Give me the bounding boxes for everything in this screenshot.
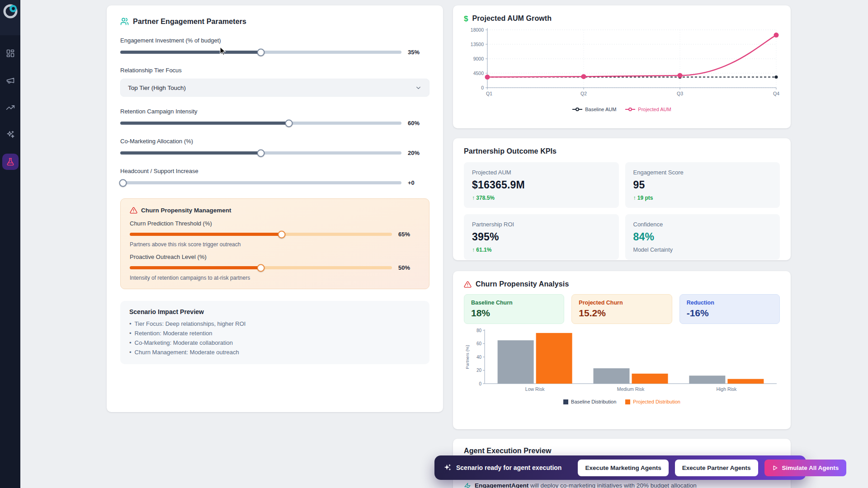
stat-baseline-churn: Baseline Churn 18% (464, 294, 564, 324)
warning-icon (130, 206, 137, 214)
kpi-confidence: Confidence 84% Model Certainty (625, 214, 780, 260)
sidebar-item-scenario-lab[interactable] (2, 154, 19, 170)
svg-text:Low Risk: Low Risk (525, 386, 545, 392)
stat-label: Reduction (687, 300, 773, 306)
stat-value: -16% (687, 308, 773, 319)
scenario-impact-preview: Scenario Impact Preview Tier Focus: Deep… (120, 301, 429, 364)
legend-label: Baseline AUM (585, 107, 616, 112)
legend-item-projected-distribution[interactable]: Projected Distribution (625, 399, 680, 404)
legend-label: Projected Distribution (633, 399, 680, 404)
sidebar-item-analytics[interactable] (2, 99, 19, 116)
parameters-panel: Partner Engagement Parameters Engagement… (107, 5, 443, 412)
svg-text:Partners (%): Partners (%) (465, 345, 470, 369)
churn-analysis-title: Churn Propensity Analysis (476, 280, 569, 288)
engagement-investment-label: Engagement Investment (% of budget) (120, 37, 429, 44)
retention-intensity-value: 60% (408, 120, 429, 127)
scenario-bullet: Tier Focus: Deep relationships, higher R… (129, 319, 420, 328)
comarketing-slider[interactable] (120, 151, 401, 155)
dashboard-icon (6, 49, 15, 58)
slider-thumb[interactable] (257, 48, 265, 56)
comarketing-value: 20% (408, 150, 429, 156)
outreach-level-slider[interactable] (130, 266, 392, 269)
tier-focus-value: Top Tier (High Touch) (128, 84, 186, 91)
swatch-icon (563, 399, 568, 404)
kpi-value: 84% (633, 231, 772, 243)
churn-stats-row: Baseline Churn 18% Projected Churn 15.2%… (464, 294, 780, 324)
line-marker-icon (625, 107, 635, 112)
slider-thumb[interactable] (257, 149, 265, 157)
kpi-value: 95 (633, 179, 772, 191)
tier-focus-group: Relationship Tier Focus Top Tier (High T… (120, 67, 429, 97)
trending-up-icon (6, 103, 15, 112)
headcount-label: Headcount / Support Increase (120, 168, 429, 174)
kpi-value: 395% (472, 231, 611, 243)
execute-marketing-agents-button[interactable]: Execute Marketing Agents (578, 460, 668, 476)
legend-label: Projected AUM (638, 107, 671, 112)
tier-focus-label: Relationship Tier Focus (120, 67, 429, 74)
aum-line-chart: 0450090001350018000Q1Q2Q3Q4 (464, 26, 780, 103)
scenario-bullet: Retention: Moderate retention (129, 328, 420, 338)
toolbar-status-text: Scenario ready for agent execution (456, 464, 561, 471)
churn-threshold-help: Partners above this risk score trigger o… (130, 241, 420, 248)
slider-fill (120, 51, 261, 54)
panel-title: Partner Engagement Parameters (133, 18, 246, 26)
stat-projected-churn: Projected Churn 15.2% (571, 294, 672, 324)
stat-reduction: Reduction -16% (679, 294, 780, 324)
legend-item-projected-aum[interactable]: Projected AUM (625, 107, 671, 112)
kpi-projected-aum: Projected AUM $16365.9M ↑ 378.5% (464, 162, 619, 208)
warning-icon (464, 281, 472, 288)
kpi-card: Partnership Outcome KPIs Projected AUM $… (453, 138, 791, 260)
svg-text:Medium Risk: Medium Risk (617, 386, 645, 392)
risk-bar-chart: 020406080Partners (%)Low RiskMedium Risk… (464, 328, 780, 396)
kpi-grid: Projected AUM $16365.9M ↑ 378.5% Engagem… (464, 162, 780, 260)
simulate-all-agents-button[interactable]: Simulate All Agents (764, 460, 847, 476)
stat-value: 18% (471, 308, 557, 319)
sidebar (0, 0, 20, 488)
tier-focus-select[interactable]: Top Tier (High Touch) (120, 79, 429, 97)
dollar-icon: $ (464, 15, 468, 23)
swatch-icon (625, 399, 630, 404)
legend-item-baseline-distribution[interactable]: Baseline Distribution (563, 399, 616, 404)
execute-partner-agents-button[interactable]: Execute Partner Agents (675, 460, 758, 476)
slider-thumb[interactable] (119, 179, 127, 187)
legend-item-baseline-aum[interactable]: Baseline AUM (572, 107, 616, 112)
play-icon (772, 465, 778, 471)
churn-threshold-slider[interactable] (130, 233, 392, 236)
outreach-level-group: Proactive Outreach Level (%) 50% Intensi… (130, 253, 420, 281)
sparkles-icon (443, 464, 452, 472)
slider-fill (120, 122, 289, 125)
sidebar-item-ai[interactable] (2, 127, 19, 143)
kpi-label: Partnership ROI (472, 221, 611, 228)
svg-text:13500: 13500 (471, 42, 484, 47)
scenario-bullet-list: Tier Focus: Deep relationships, higher R… (129, 319, 420, 357)
scenario-title: Scenario Impact Preview (129, 308, 420, 315)
comarketing-group: Co-Marketing Allocation (%) 20% (120, 138, 429, 156)
line-marker-icon (572, 107, 582, 112)
simulate-all-agents-label: Simulate All Agents (782, 465, 839, 471)
churn-threshold-group: Churn Prediction Threshold (%) 65% Partn… (130, 220, 420, 248)
svg-text:0: 0 (479, 381, 481, 386)
aum-card-title: Projected AUM Growth (472, 14, 552, 23)
headcount-slider[interactable] (120, 181, 401, 184)
slider-thumb[interactable] (285, 119, 293, 127)
kpi-label: Engagement Score (633, 169, 772, 176)
retention-intensity-slider[interactable] (120, 122, 401, 125)
sidebar-item-dashboard[interactable] (2, 45, 19, 61)
stat-value: 15.2% (579, 308, 665, 319)
svg-text:80: 80 (476, 328, 482, 333)
chevron-down-icon (415, 84, 422, 91)
retention-intensity-group: Retention Campaign Intensity 60% (120, 108, 429, 127)
sparkles-icon (6, 130, 15, 139)
slider-thumb[interactable] (278, 230, 286, 238)
outreach-level-value: 50% (398, 264, 420, 271)
scenario-bullet: Co-Marketing: Moderate collaboration (129, 338, 420, 347)
sidebar-item-campaigns[interactable] (2, 72, 19, 89)
agent-preview-line: EngagementAgent will deploy co-marketing… (464, 482, 780, 488)
slider-thumb[interactable] (257, 264, 265, 272)
megaphone-icon (6, 76, 15, 85)
engagement-investment-slider[interactable] (120, 51, 401, 54)
retention-intensity-label: Retention Campaign Intensity (120, 108, 429, 115)
kpi-label: Projected AUM (472, 169, 611, 176)
legend-label: Baseline Distribution (571, 399, 616, 404)
app-logo[interactable] (0, 0, 20, 35)
